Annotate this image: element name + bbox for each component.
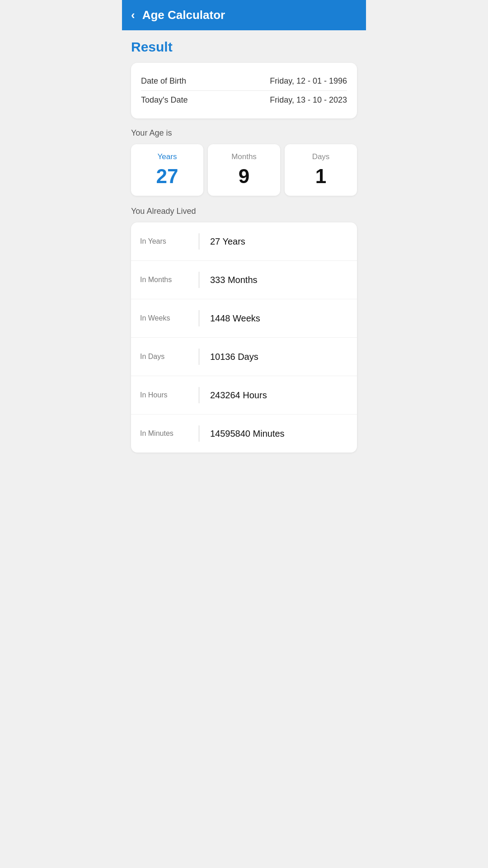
lived-row-divider xyxy=(199,272,199,288)
lived-row-divider xyxy=(199,349,199,365)
today-value: Friday, 13 - 10 - 2023 xyxy=(270,95,347,105)
age-boxes-container: Years 27 Months 9 Days 1 xyxy=(131,144,357,196)
today-label: Today's Date xyxy=(141,95,188,105)
dob-value: Friday, 12 - 01 - 1996 xyxy=(270,76,347,86)
lived-row-label: In Years xyxy=(140,237,199,245)
dob-label: Date of Birth xyxy=(141,76,186,86)
lived-row-divider xyxy=(199,425,199,442)
lived-row-value: 27 Years xyxy=(210,236,245,247)
app-header: ‹ Age Calculator xyxy=(122,0,366,30)
lived-row-value: 333 Months xyxy=(210,275,258,285)
dates-card: Date of Birth Friday, 12 - 01 - 1996 Tod… xyxy=(131,63,357,118)
lived-row-value: 1448 Weeks xyxy=(210,313,260,324)
age-box-years: Years 27 xyxy=(131,144,203,196)
header-title: Age Calculator xyxy=(142,8,225,22)
lived-row-label: In Minutes xyxy=(140,429,199,438)
months-label: Months xyxy=(231,152,257,161)
lived-row: In Weeks1448 Weeks xyxy=(131,299,357,338)
lived-row-label: In Days xyxy=(140,353,199,361)
main-content: Result Date of Birth Friday, 12 - 01 - 1… xyxy=(122,30,366,462)
result-title: Result xyxy=(131,39,357,55)
lived-row-label: In Months xyxy=(140,276,199,284)
your-age-label: Your Age is xyxy=(131,128,357,138)
lived-row: In Minutes14595840 Minutes xyxy=(131,415,357,453)
years-label: Years xyxy=(158,152,177,161)
lived-card: In Years27 YearsIn Months333 MonthsIn We… xyxy=(131,222,357,453)
lived-row-label: In Weeks xyxy=(140,314,199,322)
lived-row: In Hours243264 Hours xyxy=(131,376,357,415)
age-box-days: Days 1 xyxy=(285,144,357,196)
years-value: 27 xyxy=(156,165,178,188)
dob-row: Date of Birth Friday, 12 - 01 - 1996 xyxy=(141,72,347,91)
lived-row: In Years27 Years xyxy=(131,222,357,261)
lived-row-value: 14595840 Minutes xyxy=(210,429,285,439)
lived-row-divider xyxy=(199,310,199,326)
lived-row-value: 10136 Days xyxy=(210,352,258,362)
lived-row: In Days10136 Days xyxy=(131,338,357,376)
lived-row: In Months333 Months xyxy=(131,261,357,299)
days-label: Days xyxy=(312,152,330,161)
months-value: 9 xyxy=(239,165,249,188)
lived-row-divider xyxy=(199,233,199,250)
lived-row-value: 243264 Hours xyxy=(210,390,267,401)
age-box-months: Months 9 xyxy=(208,144,280,196)
days-value: 1 xyxy=(315,165,326,188)
back-button[interactable]: ‹ xyxy=(131,8,135,22)
lived-row-divider xyxy=(199,387,199,403)
lived-row-label: In Hours xyxy=(140,391,199,399)
already-lived-label: You Already Lived xyxy=(131,207,357,216)
today-row: Today's Date Friday, 13 - 10 - 2023 xyxy=(141,91,347,109)
